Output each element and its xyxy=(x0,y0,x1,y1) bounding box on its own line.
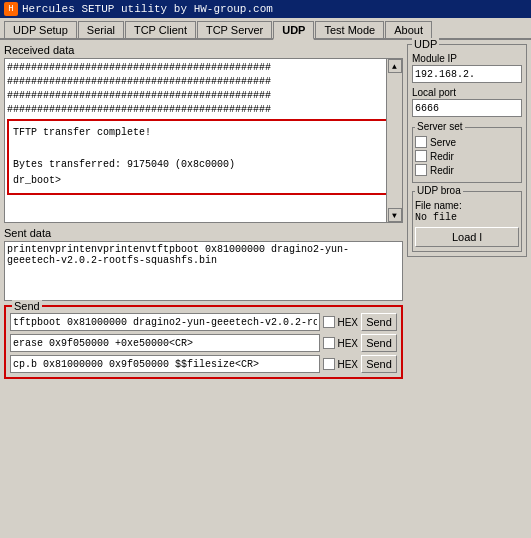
server-label-2: Redir xyxy=(430,151,454,162)
send-input-2[interactable] xyxy=(10,334,320,352)
send-input-3[interactable] xyxy=(10,355,320,373)
received-inner: ########################################… xyxy=(5,59,402,222)
hash-row-4: ########################################… xyxy=(7,103,400,117)
hex-label-3: HEX xyxy=(323,358,358,370)
send-section-title: Send xyxy=(12,300,42,312)
tftp-line3: Bytes transferred: 9175040 (0x8c0000) xyxy=(13,157,394,173)
right-panel: UDP Module IP Local port Server set Serv… xyxy=(407,44,527,522)
received-scrollbar[interactable]: ▲ ▼ xyxy=(386,59,402,222)
send-section: Send HEX Send HEX Send xyxy=(4,305,403,379)
module-ip-input[interactable] xyxy=(412,65,522,83)
hex-label-2: HEX xyxy=(323,337,358,349)
tab-udp[interactable]: UDP xyxy=(273,21,314,40)
tftp-box: TFTP transfer complete! Bytes transferre… xyxy=(7,119,400,195)
received-label: Received data xyxy=(4,44,403,56)
send-button-2[interactable]: Send xyxy=(361,334,397,352)
module-ip-label: Module IP xyxy=(412,53,522,64)
hex-checkbox-2[interactable] xyxy=(323,337,335,349)
server-opt-2: Redir xyxy=(415,150,519,162)
scroll-up-arrow[interactable]: ▲ xyxy=(388,59,402,73)
hex-label-1: HEX xyxy=(323,316,358,328)
file-name-value: No file xyxy=(415,212,519,223)
title-text: Hercules SETUP utility by HW-group.com xyxy=(22,3,273,15)
tftp-line2 xyxy=(13,141,394,157)
load-button[interactable]: Load l xyxy=(415,227,519,247)
hash-row-3: ########################################… xyxy=(7,89,400,103)
received-section: Received data ##########################… xyxy=(4,44,403,223)
hex-checkbox-3[interactable] xyxy=(323,358,335,370)
sent-content: printenvprintenvprintenvtftpboot 0x81000… xyxy=(7,244,400,266)
send-input-1[interactable] xyxy=(10,313,320,331)
tabs-bar: UDP Setup Serial TCP Client TCP Server U… xyxy=(0,18,531,40)
broadcast-group: UDP broa File name: No file Load l xyxy=(412,191,522,252)
send-button-3[interactable]: Send xyxy=(361,355,397,373)
send-row-3: HEX Send xyxy=(10,355,397,373)
broadcast-title: UDP broa xyxy=(415,185,463,196)
tab-test-mode[interactable]: Test Mode xyxy=(315,21,384,38)
left-panel: Received data ##########################… xyxy=(4,44,403,522)
server-checkbox-2[interactable] xyxy=(415,150,427,162)
hash-row-1: ########################################… xyxy=(7,61,400,75)
local-port-label: Local port xyxy=(412,87,522,98)
title-bar: H Hercules SETUP utility by HW-group.com xyxy=(0,0,531,18)
udp-group: UDP Module IP Local port Server set Serv… xyxy=(407,44,527,257)
app-icon: H xyxy=(4,2,18,16)
sent-label: Sent data xyxy=(4,227,403,239)
tftp-line1: TFTP transfer complete! xyxy=(13,125,394,141)
server-checkbox-3[interactable] xyxy=(415,164,427,176)
hex-checkbox-1[interactable] xyxy=(323,316,335,328)
tftp-line4: dr_boot> xyxy=(13,173,394,189)
send-row-2: HEX Send xyxy=(10,334,397,352)
server-label-1: Serve xyxy=(430,137,456,148)
local-port-input[interactable] xyxy=(412,99,522,117)
server-label-3: Redir xyxy=(430,165,454,176)
send-button-1[interactable]: Send xyxy=(361,313,397,331)
file-name-label: File name: xyxy=(415,200,519,211)
tab-serial[interactable]: Serial xyxy=(78,21,124,38)
tab-tcp-client[interactable]: TCP Client xyxy=(125,21,196,38)
server-checkbox-1[interactable] xyxy=(415,136,427,148)
send-row-1: HEX Send xyxy=(10,313,397,331)
sent-area: printenvprintenvprintenvtftpboot 0x81000… xyxy=(4,241,403,301)
udp-group-title: UDP xyxy=(412,38,439,50)
tab-tcp-server[interactable]: TCP Server xyxy=(197,21,272,38)
server-opt-3: Redir xyxy=(415,164,519,176)
server-opt-1: Serve xyxy=(415,136,519,148)
scroll-down-arrow[interactable]: ▼ xyxy=(388,208,402,222)
tab-about[interactable]: About xyxy=(385,21,432,38)
received-area: ########################################… xyxy=(4,58,403,223)
tab-udp-setup[interactable]: UDP Setup xyxy=(4,21,77,38)
server-set-group: Server set Serve Redir Redir xyxy=(412,127,522,183)
server-set-title: Server set xyxy=(415,121,465,132)
hash-row-2: ########################################… xyxy=(7,75,400,89)
main-content: Received data ##########################… xyxy=(0,40,531,526)
sent-section: Sent data printenvprintenvprintenvtftpbo… xyxy=(4,227,403,301)
